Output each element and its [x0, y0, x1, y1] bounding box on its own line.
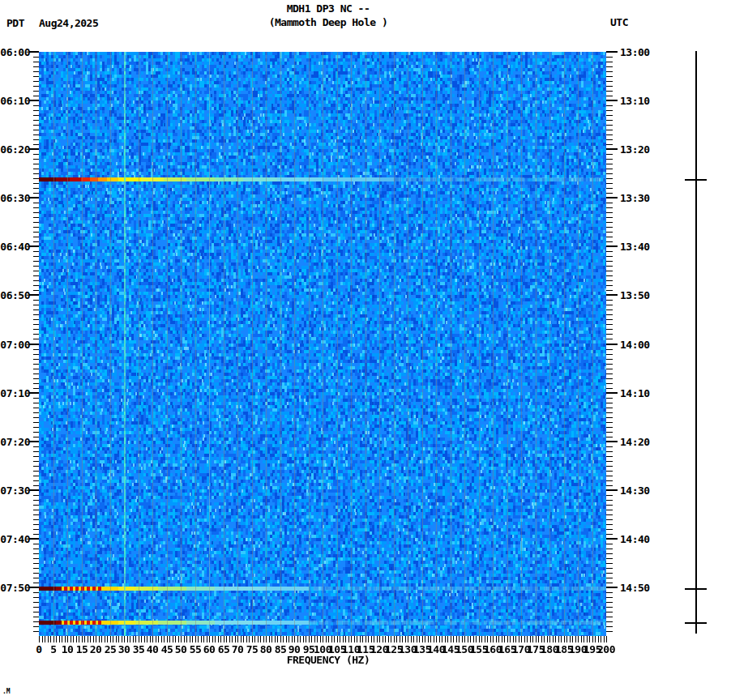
right-axis-minor-tick	[606, 188, 613, 189]
freq-axis-tick	[459, 636, 460, 642]
freq-axis-tick	[456, 636, 457, 642]
left-axis-minor-tick	[33, 86, 39, 87]
left-axis-minor-tick	[33, 96, 39, 96]
freq-axis-tick	[587, 636, 588, 642]
left-axis-minor-tick	[33, 359, 39, 360]
right-axis-minor-tick	[606, 144, 613, 145]
right-axis-minor-tick	[606, 71, 613, 72]
freq-axis-tick	[252, 636, 253, 642]
freq-axis-tick	[124, 636, 125, 642]
freq-axis-tick	[555, 636, 556, 642]
left-axis-minor-tick	[33, 130, 39, 130]
freq-axis-tick	[442, 636, 442, 642]
freq-axis-tick	[67, 636, 68, 642]
freq-axis-tick	[218, 636, 219, 642]
right-axis-minor-tick	[606, 403, 613, 403]
right-axis-minor-tick	[606, 476, 613, 476]
left-axis-minor-tick	[33, 324, 39, 325]
freq-axis-tick	[229, 636, 230, 642]
right-axis-minor-tick	[606, 456, 613, 457]
freq-axis-tick	[337, 636, 338, 642]
right-axis-major-tick	[606, 148, 618, 150]
right-axis-minor-tick	[606, 62, 613, 62]
left-axis-minor-tick	[33, 207, 39, 208]
left-axis-minor-tick	[33, 583, 39, 583]
right-axis-minor-tick	[606, 169, 613, 169]
right-axis-time-label: 13:50	[620, 289, 650, 301]
freq-axis-tick	[260, 636, 261, 642]
freq-axis-tick	[73, 636, 74, 642]
left-axis-major-tick	[29, 392, 39, 394]
left-axis-time-label: 07:20	[0, 436, 30, 448]
right-axis-time-label: 13:10	[620, 95, 650, 107]
freq-axis-tick	[167, 636, 168, 642]
left-axis-minor-tick	[33, 427, 39, 428]
freq-axis-tick	[101, 636, 102, 642]
freq-axis-tick	[56, 636, 57, 642]
freq-axis-tick	[464, 636, 465, 642]
freq-axis-tick	[144, 636, 145, 642]
freq-axis-tick	[311, 636, 312, 642]
freq-axis-tick	[348, 636, 349, 642]
freq-axis-tick	[606, 636, 607, 642]
left-axis-minor-tick	[33, 621, 39, 622]
left-axis-minor-tick	[33, 285, 39, 286]
event-marker-tick	[685, 622, 707, 624]
right-axis-minor-tick	[606, 115, 613, 116]
freq-axis-tick	[42, 636, 43, 642]
left-axis-minor-tick	[33, 524, 39, 525]
left-axis-minor-tick	[33, 510, 39, 510]
left-axis-minor-tick	[33, 227, 39, 228]
freq-axis-tick	[453, 636, 454, 642]
right-axis-minor-tick	[606, 81, 613, 82]
left-axis-time-label: 06:10	[0, 95, 30, 107]
left-axis-minor-tick	[33, 417, 39, 418]
right-axis-minor-tick	[606, 631, 613, 632]
freq-axis-tick	[59, 636, 60, 642]
right-axis-minor-tick	[606, 183, 613, 184]
freq-axis-tick	[351, 636, 352, 642]
freq-axis-tick	[430, 636, 431, 642]
right-axis-minor-tick	[606, 524, 613, 525]
left-axis-time-label: 07:30	[0, 484, 30, 497]
left-axis-minor-tick	[33, 563, 39, 564]
freq-axis-tick	[502, 636, 502, 642]
right-axis-minor-tick	[606, 319, 613, 320]
left-axis-major-tick	[29, 587, 39, 588]
right-axis-minor-tick	[606, 309, 613, 310]
left-axis-minor-tick	[33, 91, 39, 92]
left-axis-minor-tick	[33, 329, 39, 330]
left-axis-minor-tick	[33, 364, 39, 365]
right-axis-minor-tick	[606, 607, 613, 608]
left-axis-minor-tick	[33, 461, 39, 462]
freq-axis-tick	[374, 636, 374, 642]
freq-axis-tick	[575, 636, 576, 642]
right-axis-minor-tick	[606, 334, 613, 335]
right-axis-minor-tick	[606, 369, 613, 369]
left-axis-minor-tick	[33, 241, 39, 242]
freq-axis-tick	[379, 636, 380, 642]
freq-axis-tick	[366, 636, 366, 642]
left-axis-minor-tick	[33, 456, 39, 457]
right-axis-minor-tick	[606, 534, 613, 535]
freq-axis-tick	[156, 636, 156, 642]
left-axis-minor-tick	[33, 275, 39, 276]
right-axis-minor-tick	[606, 417, 613, 418]
right-axis-minor-tick	[606, 305, 613, 305]
left-axis-time-label: 06:40	[0, 241, 30, 253]
left-axis-major-tick	[29, 441, 39, 442]
right-axis-minor-tick	[606, 105, 613, 106]
right-axis-minor-tick	[606, 412, 613, 413]
freq-axis-tick	[161, 636, 162, 642]
right-axis-minor-tick	[606, 237, 613, 237]
left-axis-minor-tick	[33, 500, 39, 501]
freq-axis-tick	[566, 636, 567, 642]
freq-axis-tick	[515, 636, 516, 642]
left-axis-minor-tick	[33, 437, 39, 438]
freq-axis-tick	[326, 636, 327, 642]
left-axis-minor-tick	[33, 592, 39, 593]
right-axis-minor-tick	[606, 159, 613, 160]
freq-axis-tick	[572, 636, 573, 642]
right-axis-minor-tick	[606, 592, 613, 593]
freq-axis-tick	[201, 636, 202, 642]
